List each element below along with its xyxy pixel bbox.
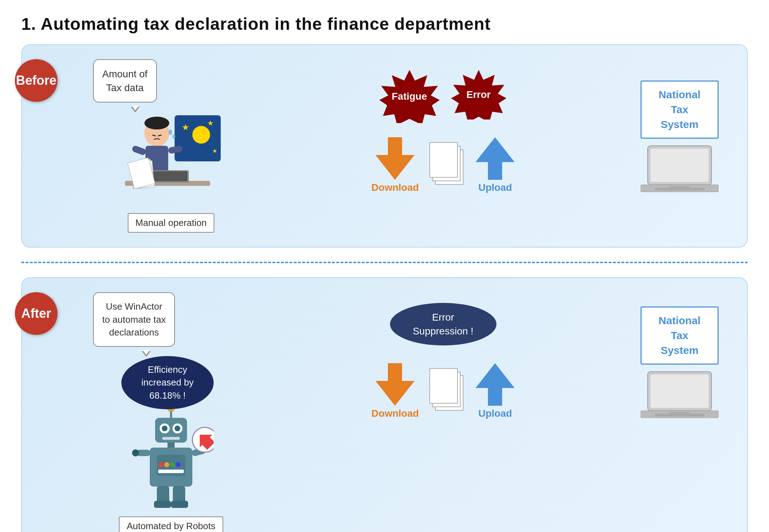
svg-rect-52 (650, 375, 709, 408)
after-upload-group: Upload (476, 363, 515, 419)
robot-illustration (128, 404, 214, 511)
error-suppression-bubble: Error Suppression ! (390, 303, 496, 345)
svg-line-13 (153, 135, 155, 136)
svg-rect-25 (170, 411, 172, 419)
manual-operation-label: Manual operation (128, 213, 215, 233)
svg-rect-20 (650, 149, 709, 182)
tax-system-area-after: National Tax System (630, 292, 729, 425)
svg-rect-3 (131, 145, 147, 156)
after-upload-label: Upload (478, 408, 512, 419)
svg-point-29 (162, 426, 167, 431)
automated-by-robots-label: Automated by Robots (119, 516, 223, 532)
before-speech-bubble: Amount of Tax data (93, 59, 157, 102)
svg-point-1 (144, 117, 169, 129)
after-download-group: Download (372, 363, 419, 419)
download-label: Download (372, 182, 419, 193)
tax-system-label-after: National Tax System (641, 306, 719, 365)
svg-marker-49 (375, 363, 414, 406)
error-badge: Error (450, 70, 507, 120)
section-divider (21, 262, 748, 263)
after-label: After (15, 292, 57, 335)
svg-point-35 (159, 462, 164, 467)
person-illustration: ★ ★ ★ (121, 115, 221, 207)
svg-rect-39 (158, 470, 184, 473)
upload-label: Upload (478, 182, 512, 193)
efficiency-bubble: Efficiency increased by 68.18% ! (121, 356, 214, 409)
after-panel: After Use WinActor to automate tax decla… (21, 277, 748, 532)
svg-line-14 (158, 135, 161, 136)
svg-point-36 (164, 462, 169, 467)
fatigue-text: Fatigue (392, 91, 427, 102)
svg-rect-23 (669, 186, 690, 190)
before-label: Before (15, 59, 57, 102)
svg-point-30 (175, 426, 180, 431)
svg-marker-50 (476, 363, 515, 406)
document-stack (429, 142, 465, 188)
page-title: 1. Automating tax declaration in the fin… (21, 14, 748, 34)
svg-marker-17 (375, 137, 414, 180)
tax-system-area-before: National Tax System (630, 59, 729, 199)
svg-point-11 (169, 129, 172, 135)
tax-system-label-before: National Tax System (641, 81, 719, 139)
svg-rect-55 (669, 412, 690, 416)
svg-point-12 (172, 134, 175, 139)
svg-point-41 (132, 449, 139, 456)
after-download-label: Download (372, 408, 419, 419)
download-group: Download (372, 137, 419, 193)
before-panel: Before Amount of Tax data ★ ★ ★ (21, 44, 748, 248)
after-document-stack (429, 368, 465, 414)
fatigue-badge: Fatigue (379, 70, 440, 123)
svg-rect-4 (168, 145, 183, 154)
svg-rect-31 (162, 437, 180, 440)
upload-group: Upload (476, 137, 515, 193)
after-speech-bubble: Use WinActor to automate tax declaration… (93, 292, 175, 347)
svg-marker-18 (476, 137, 515, 180)
svg-rect-47 (154, 501, 171, 508)
svg-point-37 (170, 462, 175, 467)
svg-rect-32 (167, 443, 175, 448)
svg-rect-48 (171, 501, 188, 508)
svg-point-38 (176, 462, 181, 467)
laptop-icon-after (641, 368, 719, 425)
error-text: Error (466, 89, 490, 100)
laptop-icon-before (641, 142, 719, 199)
